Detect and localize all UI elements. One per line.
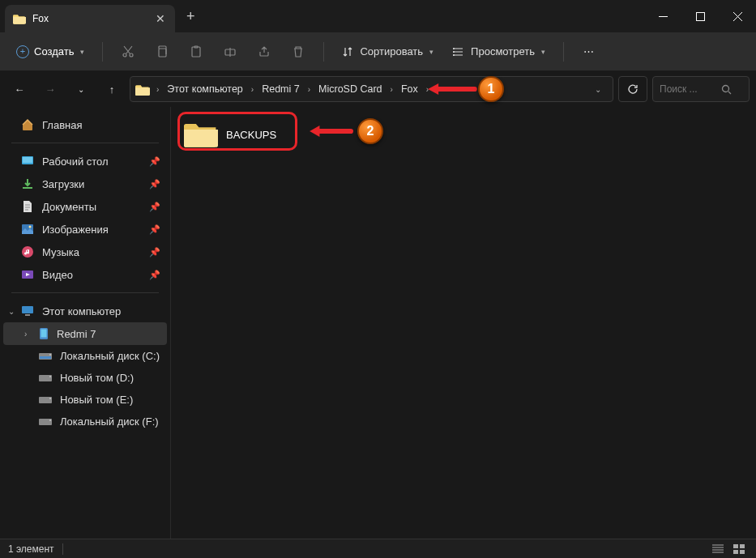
breadcrumb-dropdown[interactable]: ⌄ xyxy=(588,85,608,94)
titlebar: Fox ✕ + xyxy=(0,0,756,32)
drive-icon xyxy=(39,417,52,427)
svg-point-14 xyxy=(29,226,32,228)
sidebar-drive-e[interactable]: Новый том (E:) xyxy=(3,389,167,411)
recent-button[interactable]: ⌄ xyxy=(68,76,94,102)
search-box[interactable] xyxy=(652,76,750,102)
sidebar-home[interactable]: Главная xyxy=(3,113,167,136)
sidebar-downloads[interactable]: Загрузки 📌 xyxy=(3,173,167,195)
more-button[interactable]: ⋯ xyxy=(574,37,604,66)
sidebar-label: Локальный диск (F:) xyxy=(60,415,159,428)
folder-icon xyxy=(184,120,218,149)
icons-view-button[interactable] xyxy=(730,542,748,556)
svg-rect-20 xyxy=(41,330,47,338)
sort-icon xyxy=(342,46,353,58)
breadcrumb-item[interactable]: Этот компьютер xyxy=(162,80,247,98)
chevron-right-icon: › xyxy=(155,85,160,94)
sidebar-device-redmi[interactable]: › Redmi 7 xyxy=(3,322,167,345)
chevron-down-icon[interactable]: ⌄ xyxy=(8,307,15,316)
sidebar-label: Загрузки xyxy=(42,178,84,190)
breadcrumb-item[interactable]: Redmi 7 xyxy=(257,80,305,98)
sidebar-pictures[interactable]: Изображения 📌 xyxy=(3,218,167,241)
sidebar-drive-c[interactable]: Локальный диск (C:) xyxy=(3,345,167,367)
sort-label: Сортировать xyxy=(360,45,423,58)
maximize-button[interactable] xyxy=(681,0,719,32)
content-pane[interactable]: BACKUPS 2 xyxy=(170,107,756,539)
sidebar-label: Музыка xyxy=(42,246,79,258)
folder-icon xyxy=(13,13,26,24)
svg-point-29 xyxy=(49,420,51,421)
drive-icon xyxy=(39,351,52,361)
drive-icon xyxy=(39,395,52,405)
svg-rect-31 xyxy=(740,544,745,548)
breadcrumb-item[interactable]: Fox xyxy=(396,80,423,98)
tab-close-button[interactable]: ✕ xyxy=(156,12,165,25)
sidebar-this-pc[interactable]: ⌄ Этот компьютер xyxy=(3,300,167,322)
sidebar-video[interactable]: Видео 📌 xyxy=(3,263,167,286)
separator xyxy=(11,292,159,293)
create-label: Создать xyxy=(34,45,74,58)
svg-point-7 xyxy=(454,48,455,49)
chevron-down-icon: ▾ xyxy=(541,48,545,56)
view-button[interactable]: Просмотреть ▾ xyxy=(445,40,553,62)
svg-point-2 xyxy=(130,53,133,57)
sidebar-drive-f[interactable]: Локальный диск (F:) xyxy=(3,411,167,432)
sidebar-label: Локальный диск (C:) xyxy=(60,350,160,362)
svg-point-23 xyxy=(49,354,51,356)
minimize-button[interactable] xyxy=(644,0,681,32)
svg-point-10 xyxy=(723,85,729,92)
search-input[interactable] xyxy=(660,83,716,95)
home-icon xyxy=(21,118,34,131)
pin-icon: 📌 xyxy=(149,270,160,280)
new-tab-button[interactable]: + xyxy=(175,8,207,25)
rename-button[interactable] xyxy=(215,37,246,66)
window-controls xyxy=(644,0,756,32)
view-label: Просмотреть xyxy=(471,45,535,58)
folder-icon xyxy=(135,83,150,96)
folder-label: BACKUPS xyxy=(226,129,276,141)
chevron-right-icon[interactable]: › xyxy=(24,330,27,339)
breadcrumb-bar[interactable]: › Этот компьютер › Redmi 7 › MicroSD Car… xyxy=(130,76,613,102)
forward-button[interactable]: → xyxy=(37,76,63,102)
folder-backups[interactable]: BACKUPS xyxy=(181,117,284,152)
pin-icon: 📌 xyxy=(149,202,160,212)
sidebar-drive-d[interactable]: Новый том (D:) xyxy=(3,367,167,389)
status-bar: 1 элемент xyxy=(0,539,756,558)
sidebar-label: Redmi 7 xyxy=(57,328,96,340)
sidebar-documents[interactable]: Документы 📌 xyxy=(3,195,167,218)
share-button[interactable] xyxy=(249,37,280,66)
svg-rect-17 xyxy=(22,306,33,313)
window-tab[interactable]: Fox ✕ xyxy=(5,5,175,32)
sidebar-desktop[interactable]: Рабочий стол 📌 xyxy=(3,150,167,173)
pin-icon: 📌 xyxy=(149,179,160,190)
download-icon xyxy=(21,177,34,190)
paste-button[interactable] xyxy=(181,37,211,66)
create-button[interactable]: + Создать ▾ xyxy=(8,40,92,63)
sort-button[interactable]: Сортировать ▾ xyxy=(334,40,442,62)
sidebar: Главная Рабочий стол 📌 Загрузки 📌 Докуме… xyxy=(0,107,170,539)
breadcrumb-item[interactable]: MicroSD Card xyxy=(314,80,387,98)
up-button[interactable]: ↑ xyxy=(99,76,125,102)
svg-point-8 xyxy=(454,51,455,52)
refresh-button[interactable] xyxy=(618,76,647,102)
sidebar-label: Главная xyxy=(42,119,82,131)
phone-icon xyxy=(39,327,49,340)
music-icon xyxy=(21,245,34,258)
svg-rect-18 xyxy=(25,314,30,316)
delete-button[interactable] xyxy=(283,37,314,66)
details-view-button[interactable] xyxy=(709,542,727,556)
cut-button[interactable] xyxy=(113,37,143,66)
chevron-down-icon: ▾ xyxy=(80,48,84,56)
svg-rect-22 xyxy=(40,356,51,359)
back-button[interactable]: ← xyxy=(6,76,32,102)
copy-button[interactable] xyxy=(147,37,177,66)
main-area: Главная Рабочий стол 📌 Загрузки 📌 Докуме… xyxy=(0,107,756,539)
svg-point-25 xyxy=(49,376,51,377)
svg-point-27 xyxy=(49,398,51,399)
sidebar-music[interactable]: Музыка 📌 xyxy=(3,241,167,263)
chevron-down-icon: ▾ xyxy=(429,48,434,56)
separator xyxy=(102,42,103,62)
separator xyxy=(323,42,324,62)
address-row: ← → ⌄ ↑ › Этот компьютер › Redmi 7 › Mic… xyxy=(0,71,756,107)
chevron-right-icon: › xyxy=(306,85,312,94)
close-button[interactable] xyxy=(719,0,756,32)
